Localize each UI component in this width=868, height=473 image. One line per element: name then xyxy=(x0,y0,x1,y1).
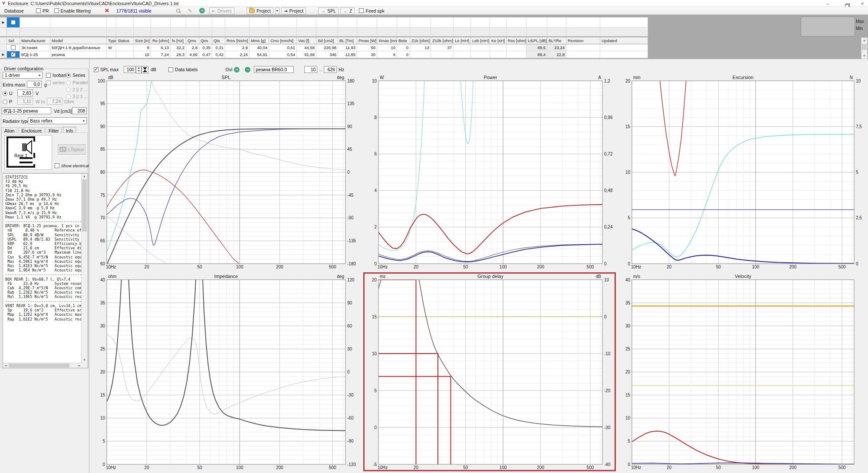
sel-checkbox[interactable] xyxy=(11,52,16,57)
table-cell[interactable]: 40,04 xyxy=(250,44,269,51)
table-cell[interactable]: 11,93 xyxy=(338,44,357,51)
enable-filtering-checkbox[interactable]: Enable filtering xyxy=(54,8,91,13)
chart-panel-excursion[interactable]: ExcursionmmN20151050107,552,5010Hz205010… xyxy=(617,74,867,270)
fit-scale-button[interactable] xyxy=(141,66,148,73)
driver-count-select[interactable]: 1 driver▾ xyxy=(3,72,43,79)
column-header-z10k-ohm-[interactable]: Z10k [ohm] xyxy=(431,37,454,44)
parallel-radio[interactable]: Parallel xyxy=(66,80,88,85)
column-header-revision[interactable]: Revision xyxy=(566,37,600,44)
table-cell[interactable] xyxy=(454,44,471,51)
freq-range-from-input[interactable] xyxy=(304,66,317,73)
driver-name-input[interactable] xyxy=(2,107,51,114)
filter-cell[interactable] xyxy=(357,17,377,28)
sel-checkbox[interactable] xyxy=(11,45,16,50)
table-cell[interactable] xyxy=(490,51,506,58)
filter-cell[interactable] xyxy=(7,17,20,28)
table-cell[interactable]: 10 xyxy=(377,44,397,51)
column-header-pmax-w-[interactable]: Pmax [W] xyxy=(357,37,377,44)
table-cell[interactable]: 0 xyxy=(397,51,410,58)
open-project-dropdown[interactable]: ▾ xyxy=(275,7,279,14)
send-to-drivers-button[interactable]: ⇤Drivers xyxy=(209,7,234,14)
filter-cell[interactable] xyxy=(20,17,50,28)
table-cell[interactable] xyxy=(566,44,600,51)
column-header-cms-mm-n-[interactable]: Cms [mm/N] xyxy=(269,37,297,44)
table-cell[interactable]: 4,66 xyxy=(186,51,199,58)
power-input[interactable] xyxy=(17,98,33,105)
filter-cell[interactable] xyxy=(199,17,212,28)
column-header-beta[interactable]: Beta xyxy=(397,37,410,44)
table-cell[interactable]: 8 xyxy=(134,44,151,51)
sel-checkbox-cell[interactable] xyxy=(7,44,20,51)
column-header-z1k-ohm-[interactable]: Z1k [ohm] xyxy=(410,37,431,44)
filter-cell[interactable] xyxy=(526,17,547,28)
show-electrical-checkbox[interactable]: Show electrical xyxy=(55,163,89,168)
config-2x2-radio[interactable]: 2 || 2 ... xyxy=(66,87,88,92)
series-radio[interactable]: Series xyxy=(66,73,85,78)
table-cell[interactable] xyxy=(490,44,506,51)
table-row[interactable]: ▶8ГД-1-25резина107,2429,34,660,470,422,1… xyxy=(0,51,648,58)
column-header-updated[interactable]: Updated xyxy=(600,37,648,44)
table-vertical-scrollbar[interactable]: ▲ ▼ xyxy=(861,37,868,59)
ltspice-button[interactable]: LT LTspice xyxy=(58,144,85,155)
column-header-qts[interactable]: Qts xyxy=(212,37,225,44)
table-cell[interactable]: 29,3 xyxy=(171,51,186,58)
table-cell[interactable]: 89,5 xyxy=(526,44,547,51)
filter-cell[interactable] xyxy=(566,17,600,28)
table-cell[interactable]: 10 xyxy=(134,51,151,58)
table-cell[interactable]: 50ГДН-1-8 доработанные xyxy=(50,44,107,51)
clear-filter-button[interactable]: ✕ xyxy=(102,7,112,14)
table-cell[interactable]: 8ГД-1-25 xyxy=(20,51,50,58)
column-header-bl-re[interactable]: BL²/Re xyxy=(547,37,566,44)
table-cell[interactable]: 30 xyxy=(357,51,377,58)
column-header-leb-mh-[interactable]: Leb [mH] xyxy=(471,37,490,44)
filter-cell[interactable] xyxy=(212,17,225,28)
column-header-type[interactable]: Type xyxy=(107,37,116,44)
table-cell[interactable]: Эстония xyxy=(20,44,50,51)
filter-cell[interactable] xyxy=(600,17,648,28)
column-header-vas-l-[interactable]: Vas [l] xyxy=(297,37,316,44)
filter-cell[interactable] xyxy=(471,17,490,28)
filter-cell[interactable] xyxy=(116,17,134,28)
column-header-le-mh-[interactable]: Le [mH] xyxy=(454,37,471,44)
filter-cell[interactable] xyxy=(107,17,116,28)
table-cell[interactable]: 0,31 xyxy=(212,44,225,51)
table-cell[interactable]: 23,24 xyxy=(547,44,566,51)
column-header-bl-tm-[interactable]: BL [Tm] xyxy=(338,37,357,44)
table-cell[interactable] xyxy=(471,51,490,58)
pr-checkbox-box[interactable] xyxy=(36,8,41,13)
stats-vertical-scrollbar[interactable]: ▲ ▼ xyxy=(81,174,88,368)
column-header-manufacturer[interactable]: Manufacturer xyxy=(20,37,50,44)
column-header-status[interactable]: Status xyxy=(116,37,134,44)
filter-cell[interactable] xyxy=(377,17,397,28)
filter-cell[interactable] xyxy=(397,17,410,28)
feed-spk-checkbox[interactable]: Feed spk xyxy=(359,8,384,13)
column-header-size-in-[interactable]: Size [in] xyxy=(134,37,151,44)
table-cell[interactable]: 32,2 xyxy=(171,44,186,51)
table-cell[interactable]: 226,98 xyxy=(316,44,338,51)
table-cell[interactable]: 2,9 xyxy=(225,44,250,51)
filter-cell[interactable] xyxy=(490,17,506,28)
scroll-right-icon[interactable]: ► xyxy=(77,363,82,368)
table-cell[interactable]: 7,24 xyxy=(151,51,171,58)
filter-cell[interactable] xyxy=(186,17,199,28)
table-cell[interactable]: 12,85 xyxy=(338,51,357,58)
overlay-name-input[interactable] xyxy=(254,66,294,73)
filter-sel-checkbox[interactable] xyxy=(11,20,16,25)
table-cell[interactable] xyxy=(566,51,600,58)
filter-cell[interactable] xyxy=(410,17,431,28)
save-project-button[interactable]: ⇥Project xyxy=(281,7,306,14)
column-header-qms[interactable]: Qms xyxy=(186,37,199,44)
table-cell[interactable]: 91,68 xyxy=(297,51,316,58)
column-header-xmax-mm-[interactable]: Xmax [mm] xyxy=(377,37,397,44)
filter-cell[interactable] xyxy=(225,17,250,28)
voltage-input[interactable] xyxy=(17,89,33,96)
overlay-add-button[interactable]: + xyxy=(232,66,241,73)
row-selector-gutter[interactable]: ▶ xyxy=(0,17,7,28)
table-cell[interactable]: 44,58 xyxy=(297,44,316,51)
isobaric-checkbox[interactable]: Isobaric xyxy=(46,73,69,78)
filter-cell[interactable] xyxy=(547,17,566,28)
filter-cell[interactable] xyxy=(506,17,526,28)
table-cell[interactable] xyxy=(107,51,116,58)
table-cell[interactable]: 2,8 xyxy=(186,44,199,51)
table-row[interactable]: ▶ xyxy=(0,17,648,28)
